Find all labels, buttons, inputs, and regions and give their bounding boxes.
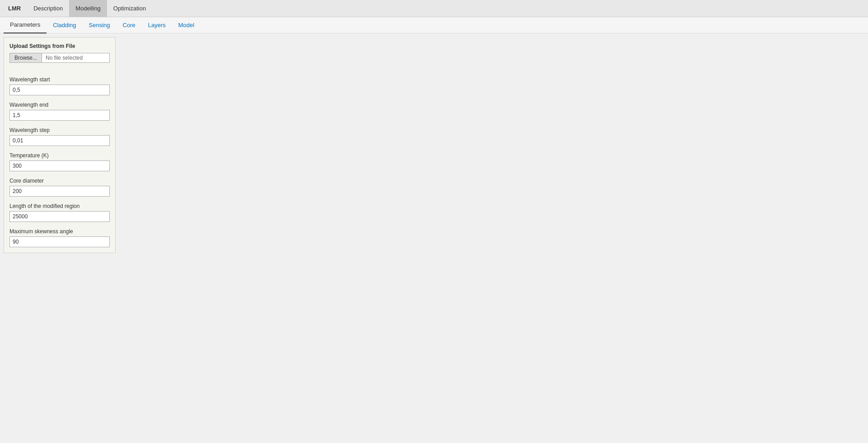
wavelength-step-input[interactable] — [9, 135, 110, 146]
skewness-angle-group: Maximum skewness angle — [9, 228, 110, 247]
tab-sensing[interactable]: Sensing — [83, 17, 117, 33]
browse-button[interactable]: Browse... — [9, 53, 42, 63]
core-diameter-input[interactable] — [9, 186, 110, 197]
main-content: Upload Settings from File Browse... No f… — [0, 33, 868, 443]
tab-model[interactable]: Model — [172, 17, 201, 33]
top-nav: LMR Description Modelling Optimization — [0, 0, 868, 17]
tab-parameters[interactable]: Parameters — [4, 17, 47, 33]
wavelength-end-input[interactable] — [9, 110, 110, 121]
wavelength-end-group: Wavelength end — [9, 102, 110, 121]
tab-cladding[interactable]: Cladding — [47, 17, 82, 33]
nav-optimization[interactable]: Optimization — [107, 0, 152, 17]
wavelength-step-label: Wavelength step — [9, 127, 110, 133]
parameters-panel: Upload Settings from File Browse... No f… — [4, 37, 116, 253]
temperature-group: Temperature (K) — [9, 152, 110, 171]
wavelength-start-group: Wavelength start — [9, 76, 110, 95]
divider-1 — [9, 65, 110, 70]
temperature-input[interactable] — [9, 160, 110, 171]
upload-section-title: Upload Settings from File — [9, 43, 110, 49]
tab-layers[interactable]: Layers — [142, 17, 172, 33]
wavelength-start-input[interactable] — [9, 85, 110, 95]
modified-region-length-input[interactable] — [9, 211, 110, 222]
temperature-label: Temperature (K) — [9, 152, 110, 159]
core-diameter-label: Core diameter — [9, 178, 110, 184]
wavelength-step-group: Wavelength step — [9, 127, 110, 146]
tab-core[interactable]: Core — [117, 17, 142, 33]
skewness-angle-label: Maximum skewness angle — [9, 228, 110, 235]
nav-description[interactable]: Description — [27, 0, 69, 17]
core-diameter-group: Core diameter — [9, 178, 110, 197]
tab-bar: Parameters Cladding Sensing Core Layers … — [0, 17, 868, 33]
wavelength-end-label: Wavelength end — [9, 102, 110, 108]
file-upload-row: Browse... No file selected — [9, 53, 110, 63]
modified-region-length-label: Length of the modified region — [9, 203, 110, 209]
nav-modelling[interactable]: Modelling — [69, 0, 107, 17]
app-logo: LMR — [2, 1, 27, 15]
file-name-display: No file selected — [42, 53, 110, 63]
wavelength-start-label: Wavelength start — [9, 76, 110, 83]
modified-region-length-group: Length of the modified region — [9, 203, 110, 222]
skewness-angle-input[interactable] — [9, 236, 110, 247]
